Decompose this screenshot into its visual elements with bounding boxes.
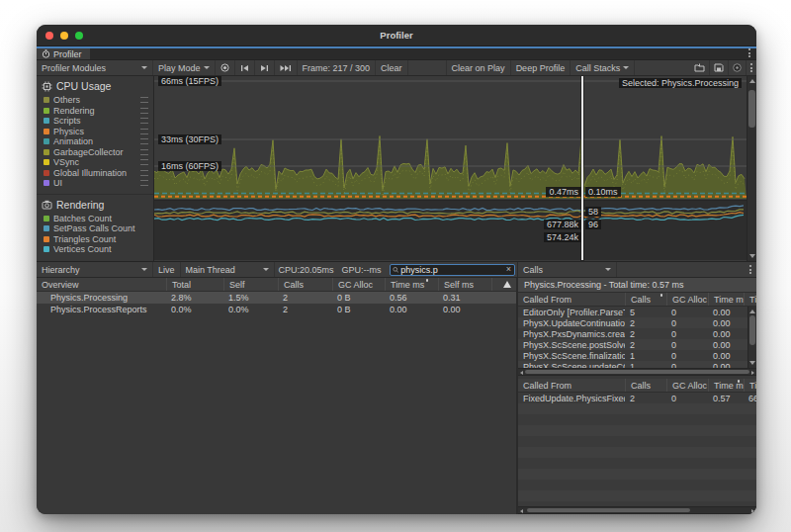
hierarchy-view-dropdown[interactable]: Hierarchy <box>37 262 153 277</box>
column-header-gc-alloc[interactable]: GC Alloc <box>332 278 385 291</box>
legend-item-scripts[interactable]: Scripts <box>37 116 153 127</box>
column-header-self-ms[interactable]: Self ms <box>438 278 491 291</box>
empty-row <box>518 447 756 458</box>
detail-row-physx-scscene-postsolve[interactable]: PhysX.ScScene.postSolve200.00 <box>518 339 756 350</box>
legend-item-triangles-count[interactable]: Triangles Count <box>37 234 153 245</box>
details-menu-button[interactable] <box>745 262 756 277</box>
search-field[interactable]: × <box>390 264 515 276</box>
scroll-up-icon[interactable] <box>749 79 755 83</box>
detail-row-editoronly-profiler-parset[interactable]: EditorOnly [Profiler.ParseT500.00 <box>518 307 756 317</box>
chart-area[interactable]: 66ms (15FPS) 33ms (30FPS) 16ms (60FPS) S… <box>154 76 756 261</box>
detail-row-physx-scscene-updatecc[interactable]: PhysX.ScScene.updateCC100.00 <box>518 361 756 368</box>
scroll-down-icon[interactable] <box>749 361 755 365</box>
drag-handle-icon[interactable] <box>140 170 148 176</box>
tooltip-value-58: 58 <box>585 207 601 217</box>
profiler-modules-dropdown[interactable]: Profiler Modules <box>37 60 153 75</box>
legend-item-global-illumination[interactable]: Global Illumination <box>37 168 153 179</box>
detail-row-fixedupdate-physicsfixed[interactable]: FixedUpdate.PhysicsFixed200.5766 <box>518 393 756 403</box>
thread-dropdown[interactable]: Main Thread <box>181 262 275 277</box>
legend-item-rendering[interactable]: Rendering <box>37 106 153 117</box>
module-header-rendering[interactable]: Rendering <box>37 195 153 214</box>
legend-item-vertices-count[interactable]: Vertices Count <box>37 244 153 255</box>
row-name: FixedUpdate.PhysicsFixed <box>518 394 625 403</box>
drag-handle-icon[interactable] <box>140 118 148 124</box>
toolbar-menu-button[interactable] <box>747 60 756 75</box>
legend-item-garbagecollector[interactable]: GarbageCollector <box>37 147 153 158</box>
column-header-called-from[interactable]: Called From <box>518 293 625 306</box>
column-header-self[interactable]: Self <box>223 278 278 291</box>
titlebar[interactable]: Profiler <box>37 25 756 46</box>
column-header-calls[interactable]: Calls <box>278 278 332 291</box>
load-profile-button[interactable] <box>690 60 710 75</box>
detail-row-physx-scscene-finalizatio[interactable]: PhysX.ScScene.finalizatio100.00 <box>518 350 756 361</box>
details-view-dropdown[interactable]: Calls <box>518 262 617 277</box>
column-header-calls[interactable]: Calls <box>625 379 666 392</box>
legend-item-physics[interactable]: Physics <box>37 127 153 137</box>
next-frame-button[interactable] <box>255 60 275 75</box>
drag-handle-icon[interactable] <box>140 180 148 186</box>
called-from-scrollbar[interactable] <box>747 307 756 368</box>
scroll-right-icon[interactable] <box>751 509 754 513</box>
clear-button[interactable]: Clear <box>376 60 408 75</box>
column-header-called-from[interactable]: Called From <box>518 379 625 392</box>
help-button[interactable] <box>729 60 747 75</box>
search-input[interactable] <box>400 265 502 275</box>
scroll-up-icon[interactable] <box>749 310 755 313</box>
legend-item-ui[interactable]: UI <box>37 178 153 189</box>
column-header-time-ms[interactable]: Time ms <box>385 278 438 291</box>
previous-frame-button[interactable] <box>235 60 255 75</box>
scrollbar-thumb[interactable] <box>749 315 755 345</box>
tab-profiler[interactable]: Profiler <box>37 48 90 59</box>
callers-hscrollbar[interactable] <box>518 506 756 514</box>
overview-row-physics-processing[interactable]: Physics.Processing2.8%1.5%20 B0.560.31 <box>37 292 516 304</box>
scroll-left-icon[interactable] <box>520 371 523 375</box>
deep-profile-button[interactable]: Deep Profile <box>511 60 571 75</box>
live-toggle[interactable]: Live <box>153 262 181 277</box>
scroll-down-icon[interactable] <box>749 254 755 258</box>
drag-handle-icon[interactable] <box>140 108 148 114</box>
selected-frame-playhead[interactable] <box>581 76 583 260</box>
play-mode-dropdown[interactable]: Play Mode <box>153 60 216 75</box>
legend-item-animation[interactable]: Animation <box>37 136 153 147</box>
toolbar-spacer <box>635 60 690 75</box>
drag-handle-icon[interactable] <box>140 129 148 134</box>
column-header-total[interactable]: Total <box>166 278 223 291</box>
column-header-time-ms[interactable]: Time ms <box>708 379 744 392</box>
clear-search-button[interactable]: × <box>505 265 512 274</box>
column-header-gc-alloc[interactable]: GC Alloc <box>666 293 708 306</box>
chart-scrollbar[interactable] <box>747 76 756 261</box>
clear-on-play-button[interactable]: Clear on Play <box>447 60 511 75</box>
legend-item-others[interactable]: Others <box>37 95 153 106</box>
column-header-ti[interactable]: Ti <box>744 293 756 306</box>
scroll-right-icon[interactable] <box>751 371 754 375</box>
called-from-hscrollbar[interactable] <box>518 368 756 376</box>
current-frame-button[interactable] <box>275 60 298 75</box>
drag-handle-icon[interactable] <box>140 97 148 103</box>
scroll-left-icon[interactable] <box>520 509 523 513</box>
column-header-ti[interactable]: Ti <box>744 379 756 392</box>
scrollbar-thumb[interactable] <box>525 370 749 374</box>
column-header-gc-alloc[interactable]: GC Alloc <box>666 379 708 392</box>
legend-item-setpass-calls-count[interactable]: SetPass Calls Count <box>37 223 153 234</box>
column-header-calls[interactable]: Calls <box>625 293 666 306</box>
detail-row-physx-updatecontinuatio[interactable]: PhysX.UpdateContinuatio200.00 <box>518 317 756 328</box>
column-header-expand[interactable] <box>491 278 516 291</box>
overview-row-physics-processreports[interactable]: Physics.ProcessReports0.0%0.0%20 B0.000.… <box>37 304 516 315</box>
save-profile-button[interactable] <box>710 60 729 75</box>
record-button[interactable] <box>216 60 235 75</box>
module-header-cpu-usage[interactable]: CPU Usage <box>37 76 153 95</box>
rendering-chart[interactable] <box>154 200 747 260</box>
scrollbar-thumb[interactable] <box>748 90 755 128</box>
drag-handle-icon[interactable] <box>140 159 148 165</box>
legend-item-vsync[interactable]: VSync <box>37 157 153 168</box>
drag-handle-icon[interactable] <box>140 149 148 155</box>
detail-row-physx-pxsdynamics-creat[interactable]: PhysX.PxsDynamics.creat200.00 <box>518 328 756 339</box>
column-header-time-ms[interactable]: Time ms <box>708 293 744 306</box>
cpu-usage-chart[interactable] <box>154 76 747 200</box>
column-header-overview[interactable]: Overview <box>37 278 166 291</box>
legend-item-batches-count[interactable]: Batches Count <box>37 214 153 224</box>
info-icon <box>733 63 742 72</box>
drag-handle-icon[interactable] <box>140 138 148 144</box>
call-stacks-dropdown[interactable]: Call Stacks <box>571 60 635 75</box>
scrollbar-thumb[interactable] <box>527 508 690 512</box>
